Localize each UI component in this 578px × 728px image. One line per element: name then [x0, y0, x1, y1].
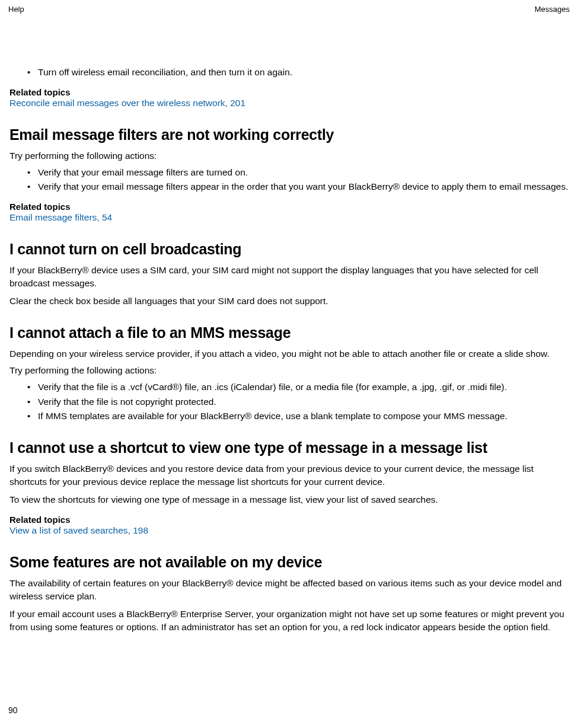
features-p2: If your email account uses a BlackBerry®… [9, 608, 570, 634]
page-number: 90 [8, 705, 18, 715]
related-link-saved-searches[interactable]: View a list of saved searches, 198 [9, 525, 570, 537]
header-left: Help [8, 5, 24, 14]
mms-bullet-1: Verify that the file is a .vcf (vCard®) … [38, 381, 570, 394]
heading-shortcut: I cannot use a shortcut to view one type… [9, 439, 570, 456]
cell-p1: If your BlackBerry® device uses a SIM ca… [9, 264, 570, 290]
mms-p1: Depending on your wireless service provi… [9, 347, 570, 360]
header-right: Messages [535, 5, 570, 14]
mms-p2: Try performing the following actions: [9, 364, 570, 377]
filters-intro: Try performing the following actions: [9, 149, 570, 162]
heading-mms-attach: I cannot attach a file to an MMS message [9, 324, 570, 341]
shortcut-p2: To view the shortcuts for viewing one ty… [9, 493, 570, 506]
related-topics-label-3: Related topics [9, 515, 570, 525]
related-topics-label-1: Related topics [9, 87, 570, 97]
heading-cell-broadcasting: I cannot turn on cell broadcasting [9, 241, 570, 258]
features-p1: The availability of certain features on … [9, 577, 570, 603]
intro-bullet: Turn off wireless email reconciliation, … [38, 66, 570, 79]
cell-p2: Clear the check box beside all languages… [9, 295, 570, 308]
shortcut-p1: If you switch BlackBerry® devices and yo… [9, 462, 570, 488]
filters-bullet-2: Verify that your email message filters a… [38, 180, 570, 193]
related-link-reconcile[interactable]: Reconcile email messages over the wirele… [9, 97, 570, 110]
heading-features: Some features are not available on my de… [9, 554, 570, 571]
heading-email-filters: Email message filters are not working co… [9, 126, 570, 143]
filters-bullet-1: Verify that your email message filters a… [38, 166, 570, 179]
related-topics-label-2: Related topics [9, 202, 570, 212]
related-link-email-filters[interactable]: Email message filters, 54 [9, 212, 570, 224]
mms-bullet-2: Verify that the file is not copyright pr… [38, 395, 570, 408]
mms-bullet-3: If MMS templates are available for your … [38, 410, 570, 423]
